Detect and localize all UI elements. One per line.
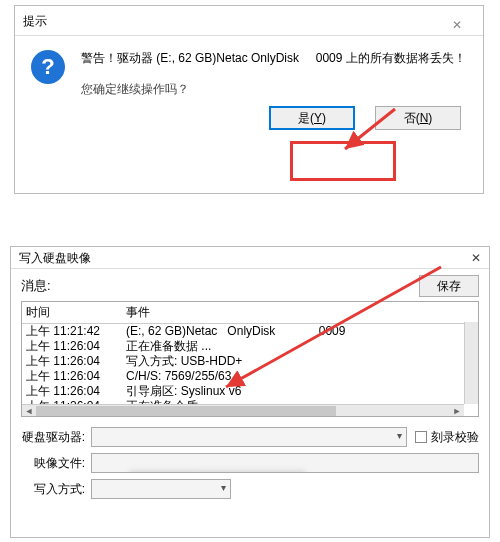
- scroll-right-icon[interactable]: ►: [450, 405, 464, 417]
- message-label: 消息:: [21, 277, 419, 295]
- yes-button[interactable]: 是(Y): [269, 106, 355, 130]
- row-write-mode: 写入方式: USB-HDD+ ▾: [21, 479, 479, 499]
- warning-text: 警告！驱动器 (E:, 62 GB)Netac OnlyDisk 0009 上的…: [81, 50, 466, 67]
- no-button[interactable]: 否(N): [375, 106, 461, 130]
- col-event: 事件: [126, 304, 474, 321]
- col-time: 时间: [26, 304, 126, 321]
- scroll-thumb[interactable]: [36, 406, 336, 416]
- drive-label: 硬盘驱动器:: [21, 429, 91, 446]
- row-image: 映像文件: XXXXXXXXXXXXXXXXXXXXXX\Kylin-Deskt…: [21, 453, 479, 473]
- close-icon[interactable]: ✕: [457, 247, 481, 268]
- write-image-window: 写入硬盘映像 ✕ 消息: 保存 时间 事件 上午 11:21:42(E:, 62…: [10, 246, 490, 538]
- dialog-titlebar: 提示 ✕: [15, 6, 483, 36]
- log-row[interactable]: 上午 11:26:04写入方式: USB-HDD+: [26, 354, 474, 369]
- drive-select[interactable]: (E:, 62 GB)Netac OnlyDisk 0009 ▾: [91, 427, 407, 447]
- log-row[interactable]: 上午 11:26:04正在准备数据 ...: [26, 339, 474, 354]
- chevron-down-icon: ▾: [221, 482, 226, 493]
- verify-checkbox[interactable]: [415, 431, 427, 443]
- write-mode-label: 写入方式:: [21, 481, 91, 498]
- log-panel: 时间 事件 上午 11:21:42(E:, 62 GB)Netac OnlyDi…: [21, 301, 479, 417]
- log-row[interactable]: 上午 11:26:04引导扇区: Syslinux v6: [26, 384, 474, 399]
- log-row[interactable]: 上午 11:26:04C/H/S: 7569/255/63: [26, 369, 474, 384]
- confirm-text: 您确定继续操作吗？: [81, 81, 466, 98]
- image-field[interactable]: XXXXXXXXXXXXXXXXXXXXXX\Kylin-Desktop-V10…: [91, 453, 479, 473]
- scrollbar-vertical[interactable]: [464, 322, 478, 404]
- fields: 硬盘驱动器: (E:, 62 GB)Netac OnlyDisk 0009 ▾ …: [21, 427, 479, 499]
- dialog-message: 警告！驱动器 (E:, 62 GB)Netac OnlyDisk 0009 上的…: [81, 50, 466, 98]
- log-row[interactable]: 上午 11:21:42(E:, 62 GB)Netac OnlyDisk 000…: [26, 324, 474, 339]
- image-label: 映像文件:: [21, 455, 91, 472]
- scroll-left-icon[interactable]: ◄: [22, 405, 36, 417]
- write-mode-select[interactable]: USB-HDD+ ▾: [91, 479, 231, 499]
- dialog-title: 提示: [23, 6, 47, 36]
- chevron-down-icon: ▾: [397, 430, 402, 441]
- message-row: 消息: 保存: [21, 275, 479, 297]
- verify-label: 刻录校验: [431, 429, 479, 446]
- window-title: 写入硬盘映像: [19, 247, 91, 268]
- close-icon[interactable]: ✕: [439, 10, 475, 32]
- scrollbar-horizontal[interactable]: ◄ ►: [22, 404, 464, 416]
- dialog-body: ? 警告！驱动器 (E:, 62 GB)Netac OnlyDisk 0009 …: [15, 36, 483, 106]
- window-titlebar: 写入硬盘映像 ✕: [11, 247, 489, 269]
- window-content: 消息: 保存 时间 事件 上午 11:21:42(E:, 62 GB)Netac…: [11, 269, 489, 511]
- prompt-dialog: 提示 ✕ ? 警告！驱动器 (E:, 62 GB)Netac OnlyDisk …: [14, 5, 484, 194]
- question-icon: ?: [31, 50, 65, 84]
- save-button[interactable]: 保存: [419, 275, 479, 297]
- log-header: 时间 事件: [22, 302, 478, 324]
- row-drive: 硬盘驱动器: (E:, 62 GB)Netac OnlyDisk 0009 ▾ …: [21, 427, 479, 447]
- highlight-box-yes: [290, 141, 396, 181]
- dialog-button-row: 是(Y) 否(N): [15, 106, 483, 144]
